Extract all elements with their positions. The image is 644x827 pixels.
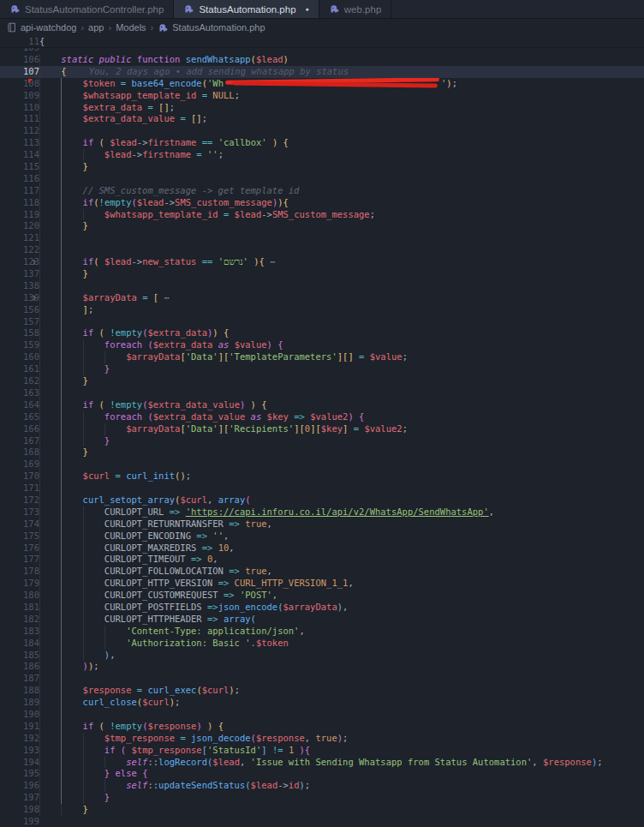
code-text[interactable]: CURLOPT_TIMEOUT => 0,: [39, 554, 644, 566]
line-number[interactable]: 164: [12, 399, 39, 411]
code-line[interactable]: 170 $curl = curl_init();: [0, 470, 644, 482]
code-text[interactable]: curl_close($curl);: [39, 697, 644, 709]
gutter[interactable]: 168: [0, 446, 39, 458]
gutter[interactable]: 106: [0, 54, 39, 66]
line-number[interactable]: 121: [12, 232, 39, 244]
gutter[interactable]: 183: [0, 626, 39, 638]
line-number[interactable]: 170: [12, 470, 39, 482]
line-number[interactable]: 138: [12, 280, 39, 292]
code-text[interactable]: $whatsapp_template_id = $lead->SMS_custo…: [39, 209, 644, 221]
gutter[interactable]: 156: [0, 304, 39, 316]
code-text[interactable]: [39, 48, 644, 54]
gutter[interactable]: 122: [0, 244, 39, 256]
sticky-scroll-line[interactable]: 11{: [0, 36, 644, 48]
code-line[interactable]: 185 ),: [0, 650, 644, 662]
line-number[interactable]: 188: [12, 685, 39, 697]
code-line[interactable]: 192 $tmp_response = json_decode($respons…: [0, 733, 644, 745]
code-line[interactable]: 157: [0, 316, 644, 328]
code-text[interactable]: }: [39, 435, 644, 447]
line-number[interactable]: 116: [12, 173, 39, 185]
line-number[interactable]: 119: [12, 209, 39, 221]
line-number[interactable]: 162: [12, 375, 39, 387]
code-line[interactable]: 164 if ( !empty($extra_data_value) ) {: [0, 399, 644, 411]
gutter[interactable]: 177: [0, 554, 39, 566]
code-line[interactable]: 180 CURLOPT_CUSTOMREQUEST => 'POST',: [0, 590, 644, 602]
gutter[interactable]: 189: [0, 697, 39, 709]
gutter[interactable]: 108: [0, 78, 39, 90]
code-line[interactable]: 123❯ if( $lead->new_status == 'נרשם' ){ …: [0, 256, 644, 268]
gutter[interactable]: 120: [0, 220, 39, 232]
line-number[interactable]: 197: [12, 792, 39, 804]
code-line[interactable]: 138: [0, 280, 644, 292]
code-area[interactable]: 105106 static public function sendWhatsa…: [0, 48, 644, 827]
code-text[interactable]: [39, 387, 644, 399]
gutter[interactable]: 109: [0, 90, 39, 102]
code-text[interactable]: }: [39, 268, 644, 280]
code-text[interactable]: if ( !empty($extra_data)) {: [39, 327, 644, 339]
code-text[interactable]: self::updateSendStatus($lead->id);: [39, 780, 644, 792]
gutter[interactable]: 163: [0, 387, 39, 399]
code-line[interactable]: 162 }: [0, 375, 644, 387]
code-line[interactable]: 106 static public function sendWhatsapp(…: [0, 54, 644, 66]
code-text[interactable]: [39, 816, 644, 827]
code-line[interactable]: 160 $arrayData['Data']['TemplateParamete…: [0, 351, 644, 363]
code-line[interactable]: 156 ];: [0, 304, 644, 316]
gutter[interactable]: 171: [0, 482, 39, 494]
code-text[interactable]: CURLOPT_URL => 'https://capi.inforu.co.i…: [39, 506, 644, 518]
line-number[interactable]: 108: [12, 78, 39, 90]
gutter[interactable]: 180: [0, 590, 39, 602]
code-text[interactable]: }: [39, 446, 644, 458]
gutter[interactable]: 175: [0, 530, 39, 542]
code-line[interactable]: 196 self::updateSendStatus($lead->id);: [0, 780, 644, 792]
gutter[interactable]: 169: [0, 458, 39, 470]
code-text[interactable]: CURLOPT_ENCODING => '',: [39, 530, 644, 542]
gutter[interactable]: 172: [0, 494, 39, 506]
code-line[interactable]: 187: [0, 673, 644, 685]
tab-StatusAutomationController.php[interactable]: StatusAutomationController.php: [0, 0, 174, 18]
code-text[interactable]: // SMS_custom_message -> get template id: [39, 185, 644, 197]
code-line[interactable]: 198 }: [0, 804, 644, 816]
code-text[interactable]: curl_setopt_array($curl, array(: [39, 494, 644, 506]
code-text[interactable]: $lead->firstname = '';: [39, 149, 644, 161]
line-number[interactable]: 181: [12, 602, 39, 614]
code-line[interactable]: 122: [0, 244, 644, 256]
code-line[interactable]: 191 if ( !empty($response) ) {: [0, 721, 644, 733]
line-number[interactable]: 118: [12, 197, 39, 209]
gutter[interactable]: 192: [0, 733, 39, 745]
code-text[interactable]: $arrayData['Data']['TemplateParameters']…: [39, 351, 644, 363]
breadcrumb-item-app[interactable]: app: [88, 22, 104, 33]
line-number[interactable]: 122: [12, 244, 39, 256]
code-line[interactable]: 179 CURLOPT_HTTP_VERSION => CURL_HTTP_VE…: [0, 578, 644, 590]
line-number[interactable]: 174: [12, 518, 39, 530]
code-text[interactable]: [39, 125, 644, 137]
code-text[interactable]: }: [39, 161, 644, 173]
line-number[interactable]: 106: [12, 54, 39, 66]
line-number[interactable]: 169: [12, 458, 39, 470]
code-line[interactable]: 139❯ $arrayData = [ ⋯: [0, 292, 644, 304]
gutter[interactable]: 113: [0, 137, 39, 149]
gutter[interactable]: 117: [0, 185, 39, 197]
gutter[interactable]: 107: [0, 66, 39, 78]
code-line[interactable]: 159 foreach ($extra_data as $value) {: [0, 339, 644, 351]
line-number[interactable]: 193: [12, 745, 39, 757]
line-number[interactable]: 191: [12, 721, 39, 733]
code-line[interactable]: 199: [0, 816, 644, 827]
code-line[interactable]: 11{: [0, 36, 644, 48]
line-number[interactable]: 107: [12, 66, 39, 78]
gutter[interactable]: 170: [0, 470, 39, 482]
code-line[interactable]: 173 CURLOPT_URL => 'https://capi.inforu.…: [0, 506, 644, 518]
line-number[interactable]: 180: [12, 590, 39, 602]
code-line[interactable]: 111 $extra_data_value = [];: [0, 113, 644, 125]
line-number[interactable]: 168: [12, 446, 39, 458]
code-line[interactable]: 181 CURLOPT_POSTFIELDS =>json_encode($ar…: [0, 602, 644, 614]
code-text[interactable]: $whatsapp_template_id = NULL;: [39, 90, 644, 102]
code-line[interactable]: 105: [0, 48, 644, 54]
line-number[interactable]: 172: [12, 494, 39, 506]
gutter[interactable]: 159: [0, 339, 39, 351]
code-line[interactable]: 116: [0, 173, 644, 185]
gutter[interactable]: 158: [0, 327, 39, 339]
line-number[interactable]: 114: [12, 149, 39, 161]
line-number[interactable]: 192: [12, 733, 39, 745]
code-text[interactable]: $response = curl_exec($curl);: [39, 685, 644, 697]
code-line[interactable]: 176 CURLOPT_MAXREDIRS => 10,: [0, 542, 644, 554]
